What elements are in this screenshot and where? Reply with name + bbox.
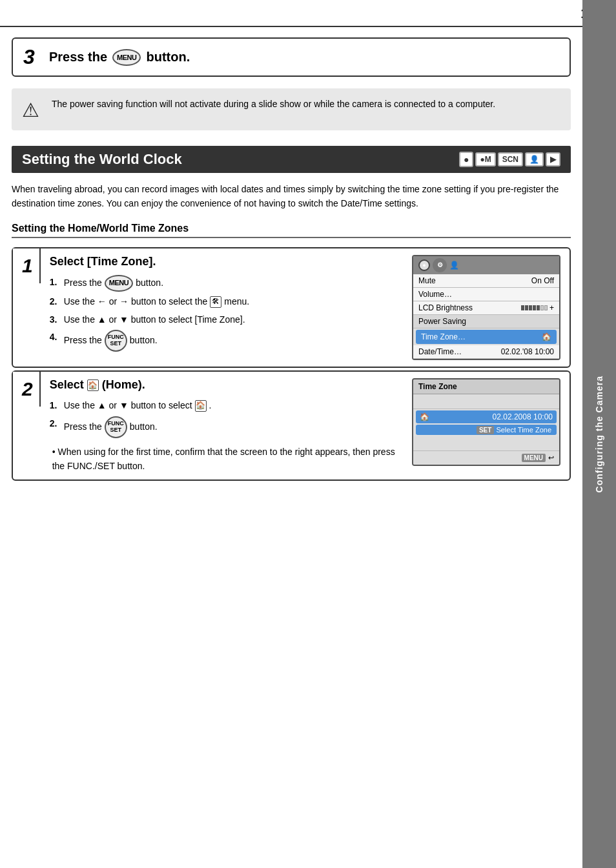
step2-row: 2 Select 🏠 (Home). 1. Use the ▲ or ▼ but… — [12, 370, 571, 481]
mode-icons: ● ●M SCN 👤 ▶ — [459, 152, 560, 167]
note-box: ⚠ The power saving function will not act… — [12, 88, 571, 130]
step2-list-item-2: 2. Press the FUNCSET button. — [50, 416, 403, 438]
set-badge: SET — [477, 426, 494, 434]
page-number-bar: 175 — [0, 0, 616, 27]
cam-row-brightness: LCD Brightness + — [413, 301, 559, 315]
home-icon-step2-heading: 🏠 — [87, 379, 99, 391]
step3-title-suffix: button. — [146, 50, 190, 65]
menu-button-icon: MENU — [112, 49, 141, 66]
cam-circle-icon-1: ● — [418, 259, 430, 271]
subsection-title: Setting the Home/World Time Zones — [12, 223, 571, 238]
step1-heading: Select [Time Zone]. — [50, 255, 403, 268]
section-title: Setting the World Clock — [22, 151, 182, 168]
step3-number: 3 — [23, 45, 41, 69]
sidebar-label: Configuring the Camera — [594, 376, 604, 492]
tz-screen: Time Zone 🏠 02.02.2008 10:00 SET Select … — [412, 378, 560, 466]
tz-row-dim-2 — [413, 436, 559, 451]
step2-list: 1. Use the ▲ or ▼ button to select 🏠. 2.… — [50, 398, 403, 438]
cam-tool-icon: ⚙ — [433, 258, 447, 272]
menu-badge: MENU — [522, 454, 546, 462]
step3-title: Press the MENU button. — [49, 49, 190, 66]
home-icon-step1: 🛠 — [210, 296, 221, 308]
step1-list-item-1: 1. Press the MENU button. — [50, 275, 403, 292]
tz-row-home: 🏠 02.02.2008 10:00 — [416, 410, 557, 423]
cam-row-datetime: Date/Time… 02.02.'08 10:00 — [413, 345, 559, 359]
step3-title-prefix: Press the — [49, 50, 107, 65]
mode-icon-face: 👤 — [525, 152, 544, 167]
mode-icon-play: ▶ — [546, 152, 560, 167]
cam-top-icons: ● ⚙ 👤 — [418, 258, 459, 272]
step1-list-item-2: 2. Use the ← or → button to select the 🛠… — [50, 294, 403, 310]
func-btn-step1: FUNCSET — [105, 330, 127, 352]
cam-screen-header-1: ● ⚙ 👤 — [413, 256, 559, 274]
cam-row-timezone: Time Zone… 🏠 — [416, 330, 557, 344]
step3-box: 3 Press the MENU button. — [12, 37, 571, 77]
step2-bullet-note: • When using for the first time, confirm… — [50, 445, 403, 474]
tz-row-dim-1 — [413, 394, 559, 409]
step2-content: Select 🏠 (Home). 1. Use the ▲ or ▼ butto… — [41, 372, 570, 480]
tz-set-badge-row: SET Select Time Zone — [416, 425, 557, 435]
step1-list-item-3: 3. Use the ▲ or ▼ button to select [Time… — [50, 312, 403, 328]
step1-content: Select [Time Zone]. 1. Press the MENU bu… — [41, 248, 570, 367]
step1-row: 1 Select [Time Zone]. 1. Press the MENU … — [12, 247, 571, 368]
mode-icon-camera: ● — [459, 152, 473, 167]
step1-list-item-4: 4. Press the FUNCSET button. — [50, 330, 403, 352]
mode-icon-scn: SCN — [498, 152, 523, 167]
cam-person-icon: 👤 — [449, 261, 459, 270]
step2-content-row: Select 🏠 (Home). 1. Use the ▲ or ▼ butto… — [50, 378, 560, 474]
section-title-bar: Setting the World Clock ● ●M SCN 👤 ▶ — [12, 146, 571, 173]
step1-instructions: Select [Time Zone]. 1. Press the MENU bu… — [50, 255, 403, 355]
tz-footer: MENU ↩ — [413, 451, 559, 465]
cam-row-mute: Mute On Off — [413, 274, 559, 288]
step1-number: 1 — [13, 248, 41, 283]
tz-title-bar: Time Zone — [413, 379, 559, 394]
step2-instructions: Select 🏠 (Home). 1. Use the ▲ or ▼ butto… — [50, 378, 403, 474]
cam-screen-1: ● ⚙ 👤 Mute On Off Volume… LCD B — [412, 255, 560, 360]
main-content: 3 Press the MENU button. ⚠ The power sav… — [0, 37, 582, 481]
section-intro: When traveling abroad, you can record im… — [12, 182, 571, 211]
func-btn-step2: FUNCSET — [105, 416, 127, 438]
cam-row-power: Power Saving — [413, 315, 559, 328]
note-icon: ⚠ — [22, 99, 43, 121]
step1-content-row: Select [Time Zone]. 1. Press the MENU bu… — [50, 255, 560, 360]
cam-row-volume: Volume… — [413, 288, 559, 301]
brightness-bar: + — [521, 303, 554, 312]
step1-list: 1. Press the MENU button. 2. Use the ← o… — [50, 275, 403, 352]
menu-btn-step1: MENU — [105, 275, 133, 292]
step2-number: 2 — [13, 372, 41, 407]
home-icon-step2-1: 🏠 — [195, 400, 207, 412]
step2-heading: Select 🏠 (Home). — [50, 378, 403, 392]
brightness-segments — [521, 305, 548, 310]
right-sidebar: Configuring the Camera — [582, 0, 616, 868]
note-text: The power saving function will not activ… — [52, 97, 495, 111]
step2-list-item-1: 1. Use the ▲ or ▼ button to select 🏠. — [50, 398, 403, 414]
mode-icon-cm: ●M — [475, 152, 495, 167]
